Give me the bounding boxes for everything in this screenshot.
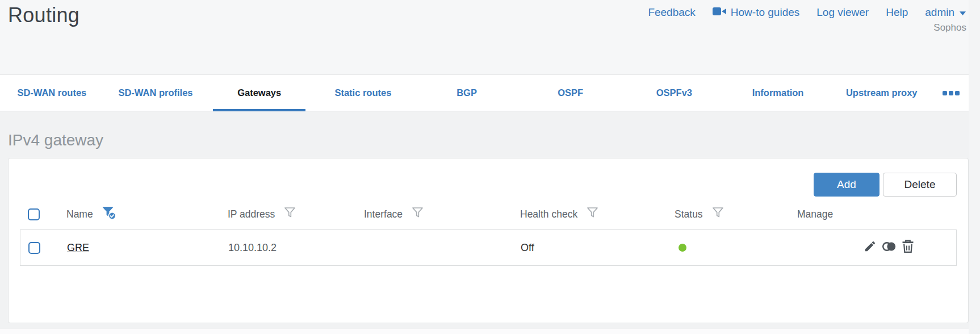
column-header-manage: Manage bbox=[786, 208, 957, 220]
tab-label: SD-WAN profiles bbox=[118, 87, 192, 98]
column-header-status: Status bbox=[663, 206, 786, 223]
page-header: Routing Feedback How-to guides Log viewe… bbox=[0, 0, 980, 74]
row-ip-cell: 10.10.10.2 bbox=[217, 242, 353, 254]
header-checkbox-cell bbox=[20, 208, 55, 220]
column-header-interface: Interface bbox=[353, 206, 509, 223]
column-label: Manage bbox=[797, 208, 833, 220]
page-title: Routing bbox=[8, 2, 79, 74]
tab-label: SD-WAN routes bbox=[17, 87, 86, 98]
tab-static-routes[interactable]: Static routes bbox=[311, 75, 415, 111]
status-dot bbox=[679, 244, 686, 252]
delete-row-button[interactable] bbox=[902, 240, 914, 256]
tab-ospf[interactable]: OSPF bbox=[518, 75, 622, 111]
howto-guides-link[interactable]: How-to guides bbox=[713, 6, 799, 19]
header-links: Feedback How-to guides Log viewer Help a… bbox=[648, 6, 966, 19]
scrollbar-track[interactable] bbox=[969, 0, 980, 334]
filter-funnel-checked-icon[interactable] bbox=[101, 205, 117, 223]
tab-ospfv3[interactable]: OSPFv3 bbox=[622, 75, 726, 111]
column-label: Interface bbox=[364, 208, 403, 220]
row-health-check-cell: Off bbox=[509, 242, 664, 254]
brand-label: Sophos bbox=[933, 22, 966, 34]
table-toolbar: Add Delete bbox=[20, 173, 957, 197]
tab-label: BGP bbox=[457, 87, 477, 98]
more-tabs-button[interactable] bbox=[933, 75, 969, 111]
gateway-table-card: Add Delete Name IP address bbox=[8, 158, 969, 323]
tab-sdwan-profiles[interactable]: SD-WAN profiles bbox=[104, 75, 208, 111]
gateway-name-link[interactable]: GRE bbox=[67, 242, 89, 254]
tab-upstream-proxy[interactable]: Upstream proxy bbox=[830, 75, 933, 111]
header-right: Feedback How-to guides Log viewer Help a… bbox=[648, 2, 966, 74]
user-menu[interactable]: admin bbox=[925, 6, 966, 19]
clone-icon bbox=[882, 240, 897, 256]
section-title: IPv4 gateway bbox=[8, 131, 969, 149]
table-body: GRE 10.10.10.2 Off bbox=[20, 229, 957, 266]
table-row: GRE 10.10.10.2 Off bbox=[20, 230, 956, 265]
log-viewer-link[interactable]: Log viewer bbox=[816, 6, 869, 19]
tab-label: Information bbox=[752, 87, 804, 98]
select-all-checkbox[interactable] bbox=[28, 208, 40, 220]
filter-funnel-icon[interactable] bbox=[283, 206, 297, 223]
column-header-ip-address: IP address bbox=[216, 206, 353, 223]
delete-button[interactable]: Delete bbox=[883, 173, 957, 197]
next-section-edge bbox=[0, 329, 969, 334]
tab-label: OSPFv3 bbox=[656, 87, 692, 98]
tab-information[interactable]: Information bbox=[726, 75, 830, 111]
row-name-cell: GRE bbox=[56, 242, 217, 254]
log-viewer-link-label: Log viewer bbox=[816, 6, 869, 19]
column-label: IP address bbox=[228, 208, 275, 220]
gateway-health-check-value: Off bbox=[521, 242, 534, 254]
tab-bgp[interactable]: BGP bbox=[415, 75, 519, 111]
trash-icon bbox=[902, 240, 914, 256]
tab-sdwan-routes[interactable]: SD-WAN routes bbox=[0, 75, 104, 111]
tab-bar: SD-WAN routes SD-WAN profiles Gateways S… bbox=[0, 74, 969, 111]
filter-funnel-icon[interactable] bbox=[711, 206, 725, 223]
video-camera-icon bbox=[713, 6, 726, 19]
gateway-ip-value: 10.10.10.2 bbox=[228, 242, 277, 254]
column-header-health-check: Health check bbox=[509, 206, 663, 223]
add-button[interactable]: Add bbox=[814, 173, 880, 197]
column-header-name: Name bbox=[55, 205, 216, 223]
help-link-label: Help bbox=[886, 6, 908, 19]
filter-funnel-icon[interactable] bbox=[411, 206, 425, 223]
clone-button[interactable] bbox=[882, 240, 897, 256]
table-header-row: Name IP address Interface bbox=[20, 200, 957, 228]
row-checkbox-cell bbox=[20, 242, 56, 254]
tab-gateways[interactable]: Gateways bbox=[207, 75, 311, 111]
tab-label: Static routes bbox=[334, 87, 391, 98]
pencil-icon bbox=[864, 240, 877, 256]
row-checkbox[interactable] bbox=[28, 242, 40, 254]
column-label: Status bbox=[675, 208, 703, 220]
tab-label: Gateways bbox=[237, 87, 281, 98]
column-label: Health check bbox=[520, 208, 577, 220]
row-manage-cell bbox=[786, 240, 956, 256]
ellipsis-icon bbox=[943, 91, 960, 95]
column-label: Name bbox=[66, 208, 93, 220]
main-content: IPv4 gateway Add Delete Name bbox=[0, 112, 969, 323]
tab-label: OSPF bbox=[558, 87, 583, 98]
tab-label: Upstream proxy bbox=[846, 87, 918, 98]
howto-guides-link-label: How-to guides bbox=[731, 6, 799, 19]
user-menu-label: admin bbox=[925, 6, 954, 19]
chevron-down-icon bbox=[959, 6, 966, 19]
filter-funnel-icon[interactable] bbox=[585, 206, 600, 223]
feedback-link[interactable]: Feedback bbox=[648, 6, 695, 19]
feedback-link-label: Feedback bbox=[648, 6, 695, 19]
row-status-cell bbox=[664, 244, 786, 252]
edit-button[interactable] bbox=[864, 240, 877, 256]
help-link[interactable]: Help bbox=[886, 6, 908, 19]
